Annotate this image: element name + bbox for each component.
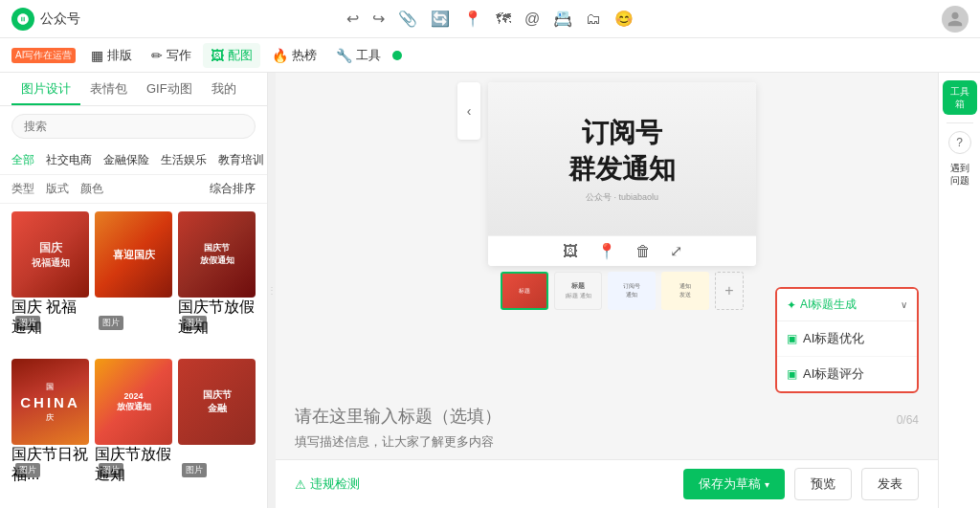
emoji-icon[interactable]: 😊 [614,10,634,28]
logo-icon [11,8,34,31]
image-tag: 图片 [15,463,40,477]
redo-icon[interactable]: ↪ [372,10,385,28]
main-area: 图片设计 表情包 GIF动图 我的 全部 社交电商 金融保险 生活娱乐 教育培训… [0,73,980,508]
canvas-delete-icon[interactable]: 🗑 [635,243,651,260]
ai-popup-header: ✦ AI标题生成 ∨ [777,289,917,321]
card-image: 2024放假通知 [95,359,172,445]
image-card[interactable]: 2024放假通知 [95,359,172,445]
canvas-text-line1: 订阅号 [582,115,662,151]
design-icon: 🖼 [211,48,224,63]
canvas-image: 订阅号 群发通知 公众号 · tubiabaolu [488,82,756,235]
write-icon: ✏ [151,48,163,63]
ai-score-icon: ▣ [787,367,797,381]
toolbox-button[interactable]: 工具 箱 [943,80,977,115]
help-icon[interactable]: ? [948,131,971,154]
hot-button[interactable]: 🔥 热榜 [264,43,324,68]
canvas-crop-icon[interactable]: ⤢ [670,242,682,260]
cat-finance[interactable]: 金融保险 [103,150,149,170]
status-dot [392,51,402,60]
ai-score-item[interactable]: ▣ AI标题评分 [777,357,917,391]
canvas-location-icon[interactable]: 📍 [597,242,616,260]
filter-layout[interactable]: 版式 [46,181,69,197]
design-button[interactable]: 🖼 配图 [203,43,260,68]
canvas-prev-arrow[interactable]: ‹ [457,82,480,140]
folder-icon[interactable]: 🗂 [586,11,601,28]
image-card[interactable]: 国庆节放假通知 [178,211,256,298]
image-card[interactable]: 国 CHINA 庆 [11,359,89,445]
map-icon[interactable]: 🗺 [496,11,511,28]
rotate-icon[interactable]: 🔄 [431,10,450,28]
bottom-bar: ⚠ 违规检测 保存为草稿 ▾ 预览 发表 [276,459,938,508]
image-card[interactable]: 国庆 祝福通知 [11,211,89,298]
thumb-add-button[interactable]: + [715,272,744,310]
at-icon[interactable]: @ [524,11,540,28]
canvas-image-icon[interactable]: 🖼 [563,243,578,260]
card-icon[interactable]: 📇 [553,10,572,28]
design-label: 配图 [228,47,253,64]
image-card[interactable]: 喜迎国庆 [95,211,172,298]
canvas-text-line2: 群发通知 [568,151,676,188]
cat-social[interactable]: 社交电商 [46,150,92,170]
tab-image-design[interactable]: 图片设计 [11,73,80,105]
tab-emoji[interactable]: 表情包 [80,73,137,105]
image-tag: 图片 [99,316,123,330]
thumbnail-strip: 标题 标题 |标题 通知 订阅号 通知 [488,266,756,316]
card-image: 国庆 祝福通知 [11,211,89,298]
write-label: 写作 [167,47,191,64]
filter-type[interactable]: 类型 [11,181,34,197]
desc-input[interactable] [295,434,919,449]
toolbox-label: 工具 箱 [950,85,969,110]
sort-select[interactable]: 综合排序 [210,181,256,197]
ai-badge: AI写作在运营 [11,48,76,63]
thumb-item[interactable]: 标题 |标题 通知 [554,272,602,310]
tools-label: 工具 [356,47,381,64]
save-label: 保存为草稿 [699,475,761,493]
thumb-item[interactable]: 通知 发送 [661,272,709,310]
cat-all[interactable]: 全部 [11,150,34,170]
logo-text: 公众号 [40,11,80,28]
user-avatar[interactable] [942,6,969,33]
toolbar-divider [947,122,973,123]
left-tabs: 图片设计 表情包 GIF动图 我的 [0,73,267,106]
thumb-preview: 标题 [502,274,546,308]
canvas-watermark: 公众号 · tubiabaolu [586,191,658,204]
filter-color[interactable]: 颜色 [80,181,103,197]
canvas-content: 订阅号 群发通知 公众号 · tubiabaolu 🖼 📍 🗑 ⤢ [488,82,756,266]
image-grid: 国庆 祝福通知 图片 国庆 祝福通知 喜迎国庆 图片 国庆节 [0,204,267,508]
layout-label: 排版 [107,47,132,64]
save-button[interactable]: 保存为草稿 ▾ [683,469,785,499]
check-button[interactable]: ⚠ 违规检测 [295,475,360,493]
secondary-bar: AI写作在运营 ▦ 排版 ✏ 写作 🖼 配图 🔥 热榜 🔧 工具 [0,38,980,73]
title-input[interactable] [295,407,897,427]
image-card[interactable]: 国庆节金融 [178,359,256,445]
top-bar: 公众号 ↩ ↪ 📎 🔄 📍 🗺 @ 📇 🗂 😊 [0,0,980,38]
help-label: 遇到 问题 [950,163,969,186]
right-toolbar: 工具 箱 ? 遇到 问题 [938,73,980,508]
tools-button[interactable]: 🔧 工具 [328,43,389,68]
char-count: 0/64 [897,413,919,427]
layout-icon: ▦ [91,48,103,63]
left-panel: 图片设计 表情包 GIF动图 我的 全部 社交电商 金融保险 生活娱乐 教育培训… [0,73,268,508]
location-icon[interactable]: 📍 [463,10,482,28]
clip-icon[interactable]: 📎 [398,10,417,28]
cat-edu[interactable]: 教育培训 [218,150,264,170]
tab-gif[interactable]: GIF动图 [137,73,202,105]
tab-mine[interactable]: 我的 [202,73,246,105]
cat-life[interactable]: 生活娱乐 [161,150,207,170]
write-button[interactable]: ✏ 写作 [144,43,199,68]
preview-button[interactable]: 预览 [794,468,852,500]
ai-popup-arrow[interactable]: ∨ [901,299,907,310]
search-input[interactable] [11,114,256,139]
thumb-item[interactable]: 标题 [501,272,548,310]
ai-popup: ✦ AI标题生成 ∨ ▣ AI标题优化 ▣ AI标题评分 [775,287,919,393]
canvas-toolbar: 🖼 📍 🗑 ⤢ [488,235,756,266]
publish-button[interactable]: 发表 [861,468,919,500]
panel-divider[interactable]: ⋮ [268,73,276,508]
thumb-item[interactable]: 订阅号 通知 [608,272,656,310]
help-button[interactable]: 遇到 问题 [948,158,971,190]
card-label [95,298,172,315]
ai-sparkle-icon: ✦ [787,298,796,312]
undo-icon[interactable]: ↩ [346,10,359,28]
layout-button[interactable]: ▦ 排版 [83,43,140,68]
ai-optimize-item[interactable]: ▣ AI标题优化 [777,321,917,357]
